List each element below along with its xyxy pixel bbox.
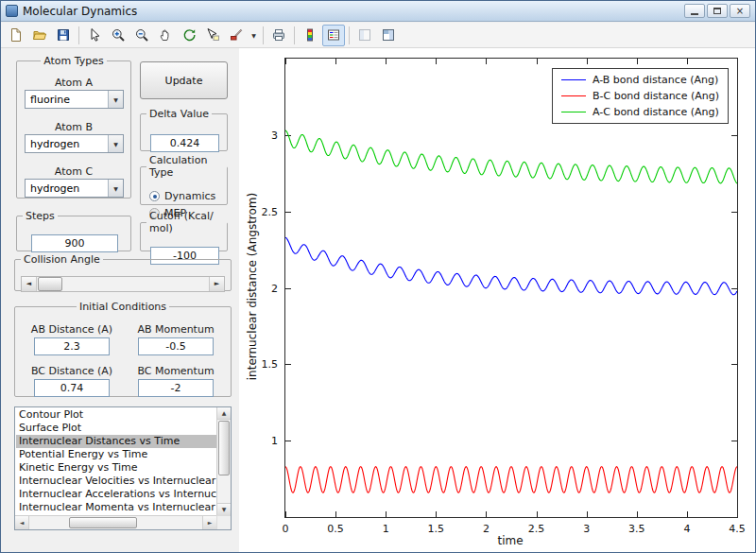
list-item[interactable]: Internuclear Velocities vs Internuclear … <box>16 475 216 488</box>
collision-angle-legend: Collision Angle <box>21 253 103 266</box>
collision-angle-slider[interactable]: ◄ ► <box>21 276 225 292</box>
scroll-down-arrow-icon[interactable]: ▼ <box>217 503 231 515</box>
vertical-scroll-thumb[interactable] <box>218 421 230 475</box>
insert-colorbar-button[interactable] <box>299 25 321 46</box>
steps-input[interactable] <box>31 234 118 252</box>
show-plot-tools-button[interactable] <box>377 25 400 46</box>
horizontal-scroll-track[interactable] <box>29 516 202 529</box>
slider-thumb[interactable] <box>38 277 62 291</box>
edit-plot-button[interactable] <box>83 25 106 46</box>
control-panel: Atom Types Atom A fluorine ▼ Atom B hydr… <box>1 48 239 552</box>
list-item[interactable]: Internuclear Momenta vs Internuclear Dis… <box>16 501 216 514</box>
legend-entry[interactable]: A-B bond distance (Ang) <box>561 74 719 86</box>
scroll-left-arrow-icon[interactable]: ◄ <box>15 516 29 529</box>
bc-distance-input[interactable] <box>34 379 110 397</box>
legend-line-sample <box>561 95 586 96</box>
rotate-3d-button[interactable] <box>178 25 200 46</box>
open-file-button[interactable] <box>28 25 51 46</box>
insert-legend-icon <box>326 27 341 43</box>
list-item[interactable]: Potential Energy vs Time <box>16 448 216 461</box>
chevron-down-icon[interactable]: ▼ <box>108 91 123 108</box>
zoom-in-button[interactable] <box>107 25 129 46</box>
bc-momentum-input[interactable] <box>138 379 214 397</box>
plot-type-listbox[interactable]: Contour PlotSurface PlotInternuclear Dis… <box>14 406 232 530</box>
print-icon <box>271 27 286 43</box>
x-tick-label: 1.5 <box>428 523 445 535</box>
pan-button[interactable] <box>154 25 177 46</box>
titlebar[interactable]: Molecular Dynamics × <box>1 1 755 22</box>
data-cursor-icon <box>205 27 220 43</box>
delta-value-input[interactable] <box>150 134 219 152</box>
hide-plot-tools-button[interactable] <box>353 25 376 46</box>
insert-legend-button[interactable] <box>322 25 345 46</box>
scrollbar-corner <box>216 515 231 529</box>
x-axis-label: time <box>497 534 523 547</box>
brush-dropdown-arrow-icon[interactable]: ▼ <box>249 25 259 46</box>
scroll-right-arrow-icon[interactable]: ► <box>209 277 224 291</box>
slider-track[interactable] <box>37 277 209 291</box>
legend-label: A-B bond distance (Ang) <box>593 74 718 86</box>
ab-distance-input[interactable] <box>34 337 110 355</box>
print-button[interactable] <box>267 25 290 46</box>
calculation-type-legend: Calculation Type <box>146 154 227 179</box>
maximize-button[interactable] <box>707 4 728 18</box>
dynamics-radio[interactable]: Dynamics <box>149 190 215 202</box>
toolbar-separator <box>263 26 264 44</box>
edit-plot-icon <box>87 27 102 43</box>
x-tick-label: 3 <box>583 523 590 535</box>
scroll-left-arrow-icon[interactable]: ◄ <box>22 277 37 291</box>
x-tick-label: 1 <box>383 523 389 535</box>
new-figure-button[interactable] <box>5 25 27 46</box>
list-item[interactable]: Internuclear Accelerations vs Internucle… <box>16 488 216 501</box>
list-item[interactable]: Contour Plot <box>16 408 216 422</box>
toolbar: ▼ <box>1 23 755 48</box>
legend-entry[interactable]: B-C bond distance (Ang) <box>561 90 719 102</box>
update-button[interactable]: Update <box>140 61 228 99</box>
delta-value-legend: Delta Value <box>146 108 212 120</box>
axes: A-B bond distance (Ang)B-C bond distance… <box>284 58 738 518</box>
zoom-out-button[interactable] <box>130 25 153 46</box>
radio-selected-icon <box>149 191 160 201</box>
x-tick-label: 4.5 <box>729 523 746 535</box>
atom-c-select[interactable]: hydrogen ▼ <box>25 179 124 198</box>
plot-canvas[interactable] <box>285 59 737 517</box>
atom-c-value: hydrogen <box>26 180 108 197</box>
y-tick-label: 2.5 <box>262 205 279 217</box>
save-figure-button[interactable] <box>52 25 75 46</box>
scroll-right-arrow-icon[interactable]: ► <box>202 516 216 529</box>
x-tick-label: 2.5 <box>528 523 545 535</box>
plot-legend[interactable]: A-B bond distance (Ang)B-C bond distance… <box>552 68 729 124</box>
brush-icon <box>229 27 244 43</box>
scroll-up-arrow-icon[interactable]: ▲ <box>217 407 231 420</box>
ab-momentum-input[interactable] <box>138 337 214 355</box>
atom-b-value: hydrogen <box>26 135 108 152</box>
atom-c-label: Atom C <box>17 165 130 178</box>
listbox-horizontal-scrollbar[interactable]: ◄ ► <box>15 515 216 529</box>
y-axis-label: internuclear distance (Angstrom) <box>246 193 259 381</box>
app-window: Molecular Dynamics × ▼ Atom Types Atom A… <box>0 0 756 553</box>
chevron-down-icon[interactable]: ▼ <box>108 180 123 197</box>
atom-a-select[interactable]: fluorine ▼ <box>25 90 124 109</box>
horizontal-scroll-thumb[interactable] <box>69 517 137 528</box>
bc-momentum-label: BC Momentum <box>127 365 225 377</box>
y-tick-label: 1 <box>271 435 278 447</box>
list-item[interactable]: Kinetic Energy vs Time <box>16 461 216 475</box>
y-tick-label: 1.5 <box>262 358 279 371</box>
minimize-button[interactable] <box>684 4 705 18</box>
app-icon <box>6 5 18 17</box>
chevron-down-icon[interactable]: ▼ <box>108 135 123 152</box>
pan-icon <box>158 27 173 43</box>
listbox-vertical-scrollbar[interactable]: ▲ ▼ <box>216 407 231 515</box>
minimize-icon <box>691 13 698 15</box>
legend-entry[interactable]: A-C bond distance (Ang) <box>561 106 719 118</box>
close-button[interactable]: × <box>730 4 750 18</box>
atom-a-label: Atom A <box>17 77 130 89</box>
data-cursor-button[interactable] <box>201 25 224 46</box>
toolbar-separator <box>78 26 79 44</box>
atom-b-select[interactable]: hydrogen ▼ <box>25 134 124 153</box>
legend-label: A-C bond distance (Ang) <box>593 106 719 118</box>
legend-line-sample <box>561 112 586 112</box>
brush-button[interactable] <box>225 25 248 46</box>
list-item[interactable]: Surface Plot <box>16 422 216 435</box>
list-item[interactable]: Internuclear Distances vs Time <box>16 435 216 448</box>
